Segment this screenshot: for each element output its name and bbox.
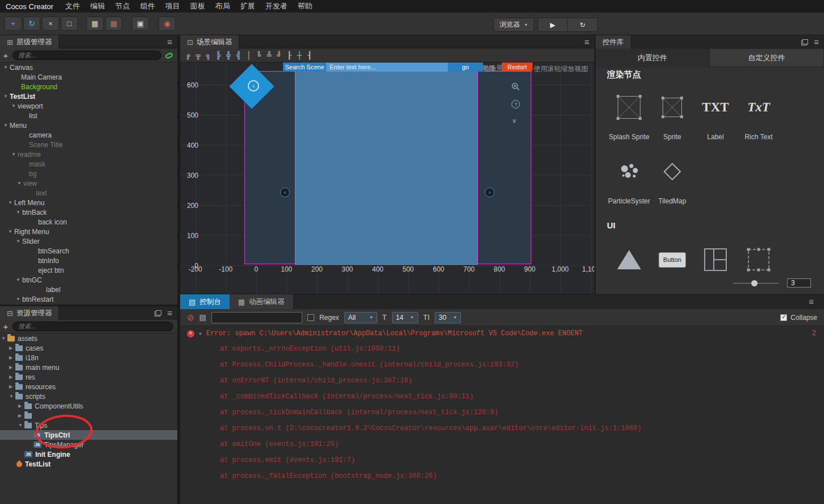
tree-row[interactable]: ▼ Left Menu <box>0 198 177 207</box>
open-log-button[interactable] <box>199 314 206 321</box>
scene-text-input[interactable]: Enter text here... <box>326 63 448 72</box>
library-item-splash-sprite[interactable]: Splash Sprite <box>607 94 651 141</box>
library-item-particle-system[interactable]: ParticleSyster <box>607 158 651 205</box>
tree-row[interactable]: mask <box>0 159 177 169</box>
float-window-icon[interactable] <box>155 310 161 316</box>
scene-node-selected-rect[interactable] <box>296 71 477 264</box>
tool-button[interactable]: + <box>5 16 22 31</box>
align-tool-icon[interactable]: ╠ <box>216 51 220 60</box>
library-item-widget[interactable] <box>737 246 780 273</box>
tree-row[interactable]: ▼ btnGC <box>0 275 177 285</box>
tree-row[interactable]: ▼ scripts <box>0 391 177 401</box>
tree-row[interactable]: ▶ res <box>0 372 177 382</box>
tree-row[interactable]: label <box>0 285 177 294</box>
expand-arrow-icon[interactable]: ▶ <box>9 345 15 351</box>
expand-arrow-icon[interactable]: ▼ <box>11 152 18 157</box>
library-item-tiledmap[interactable]: TiledMap <box>651 158 694 205</box>
collapse-checkbox[interactable] <box>780 314 787 321</box>
tree-row[interactable]: ▼ readme <box>0 149 177 159</box>
library-item-label[interactable]: TXT Label <box>694 94 737 141</box>
tool-button[interactable]: ↻ <box>23 16 40 31</box>
align-tool-icon[interactable]: ┨ <box>307 51 312 60</box>
expand-arrow-icon[interactable]: ▼ <box>18 423 24 428</box>
align-tool-icon[interactable]: ┼ <box>297 51 302 60</box>
library-item-sprite[interactable]: Sprite <box>651 94 694 141</box>
tree-row[interactable]: ▼ btnBack <box>0 207 177 217</box>
scene-canvas[interactable]: 6005004003002001000 -200-100010020030040… <box>180 63 594 294</box>
menu-item[interactable]: 帮助 <box>293 1 318 11</box>
expand-arrow-icon[interactable]: ▼ <box>17 181 23 186</box>
menu-item[interactable]: 编辑 <box>85 1 110 11</box>
page-prev-button[interactable]: ‹ <box>280 188 290 197</box>
hierarchy-search-input[interactable]: 搜索... <box>13 51 161 60</box>
tool-button[interactable]: ◉ <box>159 16 176 31</box>
tab-hierarchy[interactable]: 层级管理器 <box>0 35 59 49</box>
expand-arrow-icon[interactable]: ▼ <box>16 210 22 215</box>
tree-row[interactable]: Init Engine <box>0 449 177 459</box>
page-next-button[interactable]: › <box>485 188 494 197</box>
tree-row[interactable]: camera <box>0 130 177 140</box>
tree-row[interactable]: ▼ view <box>0 178 177 188</box>
library-item-rich-text[interactable]: TxT Rich Text <box>737 94 780 141</box>
tree-row[interactable]: ▶ i18n <box>0 353 177 363</box>
menu-item[interactable]: 面板 <box>185 1 210 11</box>
gizmo-circle[interactable]: ‹ <box>248 80 259 91</box>
tree-row[interactable]: ▼ Slider <box>0 236 177 246</box>
tab-animation-editor[interactable]: 动画编辑器 <box>230 294 294 309</box>
tree-row[interactable]: Scene Title <box>0 140 177 149</box>
expand-arrow-icon[interactable]: ▼ <box>3 65 10 70</box>
scene-search-label[interactable]: Search Scene <box>283 63 326 71</box>
tree-row[interactable]: list <box>0 111 177 120</box>
expand-arrow-icon[interactable]: ▼ <box>11 103 18 109</box>
tree-row[interactable]: ▼ btnRestart <box>0 294 177 304</box>
tree-row[interactable]: btnInfo <box>0 256 177 265</box>
refresh-button[interactable]: ↻ <box>568 18 597 31</box>
menu-item[interactable]: 文件 <box>60 1 85 11</box>
expand-arrow-icon[interactable]: ▼ <box>8 229 14 234</box>
tree-row[interactable]: ▶ ComponentUtils <box>0 401 177 411</box>
tree-row[interactable]: text <box>0 188 177 198</box>
float-window-icon[interactable] <box>801 39 808 45</box>
zoom-slider-knob[interactable] <box>751 280 758 286</box>
menu-item[interactable]: 节点 <box>110 1 135 11</box>
tree-row[interactable]: eject btn <box>0 265 177 275</box>
align-tool-icon[interactable]: ┠ <box>287 51 292 60</box>
scene-restart-button[interactable]: Restart <box>502 63 532 71</box>
expand-arrow-icon[interactable]: ▶ <box>9 355 15 360</box>
error-log-row[interactable]: × ▼ Error: spawn C:\Users\Administrator\… <box>180 326 824 341</box>
expand-arrow-icon[interactable]: ▼ <box>16 277 22 282</box>
tree-row[interactable]: ▶ resources <box>0 382 177 391</box>
add-node-button[interactable]: + <box>0 51 11 60</box>
expand-arrow-icon[interactable]: ▶ <box>9 374 15 380</box>
expand-arrow-icon[interactable]: ▼ <box>3 94 10 99</box>
help-icon[interactable]: ? <box>511 100 520 109</box>
assets-search-input[interactable]: 搜索... <box>13 322 173 331</box>
log-level-dropdown[interactable]: All <box>344 312 377 323</box>
expand-arrow-icon[interactable]: ▼ <box>199 331 202 336</box>
tree-row[interactable]: ▼ Tips <box>0 420 177 430</box>
expand-arrow-icon[interactable]: ▼ <box>9 394 15 399</box>
tree-row[interactable]: ▶ main menu <box>0 363 177 372</box>
library-item-canvas[interactable] <box>607 246 651 273</box>
tab-console[interactable]: 控制台 <box>180 294 230 309</box>
collapse-chevron-icon[interactable]: ∨ <box>512 117 517 124</box>
expand-arrow-icon[interactable]: ▼ <box>16 297 22 302</box>
tree-row[interactable]: back icon <box>0 217 177 227</box>
play-button[interactable]: ▶ <box>538 18 568 31</box>
align-tool-icon[interactable]: ╔ <box>186 51 190 60</box>
align-tool-icon[interactable]: ╚ <box>257 51 261 60</box>
align-tool-icon[interactable]: ╬ <box>226 51 231 60</box>
tree-row[interactable]: bg <box>0 169 177 178</box>
expand-arrow-icon[interactable]: ▼ <box>1 336 7 341</box>
zoom-icon[interactable] <box>511 82 521 91</box>
expand-arrow-icon[interactable]: ▶ <box>18 413 24 418</box>
align-tool-icon[interactable]: ╝ <box>277 51 281 60</box>
align-tool-icon[interactable]: │ <box>247 51 251 60</box>
font-size-dropdown[interactable]: 14 <box>392 312 418 323</box>
tree-row[interactable]: TipsManager <box>0 440 177 449</box>
tree-row[interactable]: ▶ <box>0 411 177 420</box>
tree-row[interactable]: TipsCtrl <box>0 430 177 440</box>
tool-button[interactable]: □ <box>61 16 78 31</box>
slider-value-input[interactable]: 3 <box>787 278 811 288</box>
tool-button[interactable]: ▣ <box>132 16 149 31</box>
